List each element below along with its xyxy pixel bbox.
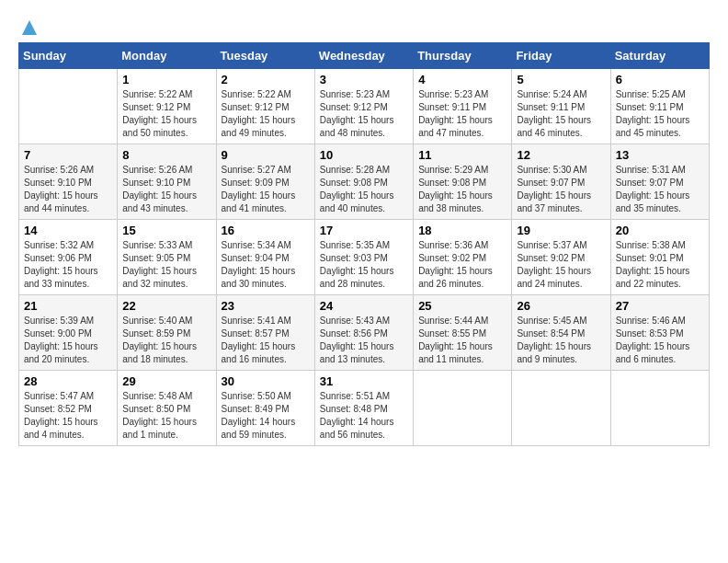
calendar-cell: 22Sunrise: 5:40 AMSunset: 8:59 PMDayligh… bbox=[118, 295, 216, 371]
calendar-cell bbox=[19, 69, 118, 144]
day-info: Sunrise: 5:26 AMSunset: 9:10 PMDaylight:… bbox=[24, 164, 112, 215]
day-info: Sunrise: 5:28 AMSunset: 9:08 PMDaylight:… bbox=[320, 164, 408, 215]
day-info: Sunrise: 5:32 AMSunset: 9:06 PMDaylight:… bbox=[24, 239, 112, 291]
calendar-cell: 13Sunrise: 5:31 AMSunset: 9:07 PMDayligh… bbox=[610, 144, 709, 220]
day-info: Sunrise: 5:51 AMSunset: 8:48 PMDaylight:… bbox=[320, 390, 408, 442]
day-number: 6 bbox=[616, 73, 704, 86]
day-number: 20 bbox=[616, 224, 704, 237]
day-number: 27 bbox=[616, 299, 704, 313]
calendar-cell: 29Sunrise: 5:48 AMSunset: 8:50 PMDayligh… bbox=[118, 371, 216, 446]
calendar-cell: 20Sunrise: 5:38 AMSunset: 9:01 PMDayligh… bbox=[610, 220, 709, 295]
calendar-cell: 12Sunrise: 5:30 AMSunset: 9:07 PMDayligh… bbox=[512, 144, 610, 220]
day-info: Sunrise: 5:44 AMSunset: 8:55 PMDaylight:… bbox=[418, 315, 506, 366]
day-number: 4 bbox=[418, 73, 506, 86]
calendar-cell: 31Sunrise: 5:51 AMSunset: 8:48 PMDayligh… bbox=[314, 371, 413, 446]
day-info: Sunrise: 5:23 AMSunset: 9:12 PMDaylight:… bbox=[320, 88, 408, 140]
day-number: 24 bbox=[320, 299, 408, 313]
calendar-header: SundayMondayTuesdayWednesdayThursdayFrid… bbox=[19, 43, 710, 69]
day-number: 13 bbox=[616, 148, 704, 162]
calendar-cell: 2Sunrise: 5:22 AMSunset: 9:12 PMDaylight… bbox=[216, 69, 314, 144]
day-number: 5 bbox=[517, 73, 605, 86]
day-info: Sunrise: 5:38 AMSunset: 9:01 PMDaylight:… bbox=[616, 239, 704, 291]
day-number: 2 bbox=[222, 73, 310, 86]
day-number: 11 bbox=[418, 148, 506, 162]
calendar-table: SundayMondayTuesdayWednesdayThursdayFrid… bbox=[18, 42, 710, 446]
day-number: 17 bbox=[320, 224, 408, 237]
day-header-monday: Monday bbox=[118, 43, 216, 69]
day-number: 1 bbox=[122, 73, 210, 86]
calendar-cell: 4Sunrise: 5:23 AMSunset: 9:11 PMDaylight… bbox=[414, 69, 512, 144]
logo-icon bbox=[20, 18, 39, 37]
day-header-wednesday: Wednesday bbox=[314, 43, 413, 69]
day-number: 31 bbox=[320, 374, 408, 388]
day-info: Sunrise: 5:26 AMSunset: 9:10 PMDaylight:… bbox=[122, 164, 210, 215]
day-header-thursday: Thursday bbox=[414, 43, 512, 69]
calendar-cell: 16Sunrise: 5:34 AMSunset: 9:04 PMDayligh… bbox=[216, 220, 314, 295]
day-info: Sunrise: 5:22 AMSunset: 9:12 PMDaylight:… bbox=[222, 88, 310, 140]
calendar-cell: 15Sunrise: 5:33 AMSunset: 9:05 PMDayligh… bbox=[118, 220, 216, 295]
day-number: 26 bbox=[517, 299, 605, 313]
day-info: Sunrise: 5:29 AMSunset: 9:08 PMDaylight:… bbox=[418, 164, 506, 215]
day-info: Sunrise: 5:37 AMSunset: 9:02 PMDaylight:… bbox=[517, 239, 605, 291]
calendar-cell: 10Sunrise: 5:28 AMSunset: 9:08 PMDayligh… bbox=[314, 144, 413, 220]
calendar-cell: 19Sunrise: 5:37 AMSunset: 9:02 PMDayligh… bbox=[512, 220, 610, 295]
calendar-week-4: 21Sunrise: 5:39 AMSunset: 9:00 PMDayligh… bbox=[19, 295, 710, 371]
day-info: Sunrise: 5:41 AMSunset: 8:57 PMDaylight:… bbox=[222, 315, 310, 366]
day-info: Sunrise: 5:30 AMSunset: 9:07 PMDaylight:… bbox=[517, 164, 605, 215]
calendar-cell: 18Sunrise: 5:36 AMSunset: 9:02 PMDayligh… bbox=[414, 220, 512, 295]
day-info: Sunrise: 5:46 AMSunset: 8:53 PMDaylight:… bbox=[616, 315, 704, 366]
day-header-saturday: Saturday bbox=[610, 43, 709, 69]
day-info: Sunrise: 5:23 AMSunset: 9:11 PMDaylight:… bbox=[418, 88, 506, 140]
day-number: 25 bbox=[418, 299, 506, 313]
calendar-cell: 23Sunrise: 5:41 AMSunset: 8:57 PMDayligh… bbox=[216, 295, 314, 371]
calendar-cell: 9Sunrise: 5:27 AMSunset: 9:09 PMDaylight… bbox=[216, 144, 314, 220]
day-number: 18 bbox=[418, 224, 506, 237]
day-info: Sunrise: 5:33 AMSunset: 9:05 PMDaylight:… bbox=[122, 239, 210, 291]
day-info: Sunrise: 5:22 AMSunset: 9:12 PMDaylight:… bbox=[122, 88, 210, 140]
day-info: Sunrise: 5:39 AMSunset: 9:00 PMDaylight:… bbox=[24, 315, 112, 366]
calendar-cell bbox=[414, 371, 512, 446]
day-number: 3 bbox=[320, 73, 408, 86]
day-number: 15 bbox=[122, 224, 210, 237]
day-info: Sunrise: 5:25 AMSunset: 9:11 PMDaylight:… bbox=[616, 88, 704, 140]
day-number: 8 bbox=[122, 148, 210, 162]
day-number: 14 bbox=[24, 224, 112, 237]
day-header-friday: Friday bbox=[512, 43, 610, 69]
day-info: Sunrise: 5:45 AMSunset: 8:54 PMDaylight:… bbox=[517, 315, 605, 366]
day-info: Sunrise: 5:27 AMSunset: 9:09 PMDaylight:… bbox=[222, 164, 310, 215]
day-number: 9 bbox=[222, 148, 310, 162]
day-number: 22 bbox=[122, 299, 210, 313]
day-info: Sunrise: 5:50 AMSunset: 8:49 PMDaylight:… bbox=[222, 390, 310, 442]
day-number: 28 bbox=[24, 374, 112, 388]
calendar-cell: 17Sunrise: 5:35 AMSunset: 9:03 PMDayligh… bbox=[314, 220, 413, 295]
calendar-cell: 11Sunrise: 5:29 AMSunset: 9:08 PMDayligh… bbox=[414, 144, 512, 220]
logo bbox=[18, 18, 39, 33]
calendar-week-1: 1Sunrise: 5:22 AMSunset: 9:12 PMDaylight… bbox=[19, 69, 710, 144]
calendar-cell: 7Sunrise: 5:26 AMSunset: 9:10 PMDaylight… bbox=[19, 144, 118, 220]
calendar-week-3: 14Sunrise: 5:32 AMSunset: 9:06 PMDayligh… bbox=[19, 220, 710, 295]
calendar-cell bbox=[512, 371, 610, 446]
day-info: Sunrise: 5:31 AMSunset: 9:07 PMDaylight:… bbox=[616, 164, 704, 215]
calendar-cell: 21Sunrise: 5:39 AMSunset: 9:00 PMDayligh… bbox=[19, 295, 118, 371]
calendar-cell: 3Sunrise: 5:23 AMSunset: 9:12 PMDaylight… bbox=[314, 69, 413, 144]
calendar-cell: 14Sunrise: 5:32 AMSunset: 9:06 PMDayligh… bbox=[19, 220, 118, 295]
calendar-cell: 24Sunrise: 5:43 AMSunset: 8:56 PMDayligh… bbox=[314, 295, 413, 371]
day-info: Sunrise: 5:34 AMSunset: 9:04 PMDaylight:… bbox=[222, 239, 310, 291]
day-number: 23 bbox=[222, 299, 310, 313]
day-number: 10 bbox=[320, 148, 408, 162]
calendar-cell: 28Sunrise: 5:47 AMSunset: 8:52 PMDayligh… bbox=[19, 371, 118, 446]
day-number: 29 bbox=[122, 374, 210, 388]
calendar-cell: 6Sunrise: 5:25 AMSunset: 9:11 PMDaylight… bbox=[610, 69, 709, 144]
day-info: Sunrise: 5:48 AMSunset: 8:50 PMDaylight:… bbox=[122, 390, 210, 442]
calendar-cell bbox=[610, 371, 709, 446]
day-number: 16 bbox=[222, 224, 310, 237]
day-info: Sunrise: 5:43 AMSunset: 8:56 PMDaylight:… bbox=[320, 315, 408, 366]
day-info: Sunrise: 5:36 AMSunset: 9:02 PMDaylight:… bbox=[418, 239, 506, 291]
calendar-cell: 5Sunrise: 5:24 AMSunset: 9:11 PMDaylight… bbox=[512, 69, 610, 144]
day-number: 21 bbox=[24, 299, 112, 313]
calendar-cell: 30Sunrise: 5:50 AMSunset: 8:49 PMDayligh… bbox=[216, 371, 314, 446]
day-info: Sunrise: 5:35 AMSunset: 9:03 PMDaylight:… bbox=[320, 239, 408, 291]
svg-marker-0 bbox=[22, 20, 37, 35]
day-info: Sunrise: 5:47 AMSunset: 8:52 PMDaylight:… bbox=[24, 390, 112, 442]
calendar-cell: 27Sunrise: 5:46 AMSunset: 8:53 PMDayligh… bbox=[610, 295, 709, 371]
